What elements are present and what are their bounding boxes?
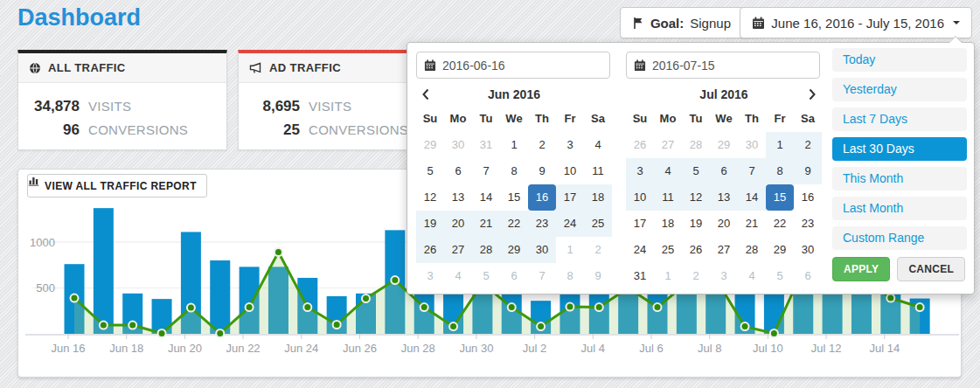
goal-selector-button[interactable]: Goal: Signup bbox=[620, 7, 759, 38]
conversions-point[interactable] bbox=[303, 303, 311, 311]
range-option-last-30-days[interactable]: Last 30 Days bbox=[832, 137, 967, 161]
conversions-point[interactable] bbox=[158, 329, 166, 337]
calendar-day[interactable]: 29 bbox=[500, 237, 528, 263]
conversions-point[interactable] bbox=[916, 303, 924, 311]
calendar-day[interactable]: 5 bbox=[766, 263, 794, 289]
calendar-day[interactable]: 16 bbox=[794, 184, 822, 211]
calendar-day[interactable]: 23 bbox=[528, 211, 556, 237]
calendar-day[interactable]: 14 bbox=[738, 184, 766, 211]
calendar-day[interactable]: 28 bbox=[682, 132, 710, 158]
conversions-point[interactable] bbox=[420, 303, 428, 311]
calendar-day[interactable]: 9 bbox=[794, 158, 822, 184]
calendar-day[interactable]: 17 bbox=[626, 211, 654, 237]
calendar-day[interactable]: 1 bbox=[766, 132, 794, 158]
conversions-point[interactable] bbox=[71, 294, 79, 302]
calendar-day[interactable]: 2 bbox=[794, 132, 822, 158]
calendar-day[interactable]: 1 bbox=[500, 132, 528, 158]
calendar-day[interactable]: 6 bbox=[500, 263, 528, 289]
calendar-day[interactable]: 18 bbox=[584, 184, 612, 211]
calendar-day[interactable]: 23 bbox=[794, 211, 822, 237]
conversions-point[interactable] bbox=[333, 321, 341, 329]
conversions-point[interactable] bbox=[216, 329, 224, 337]
calendar-day[interactable]: 5 bbox=[682, 158, 710, 184]
calendar-day[interactable]: 30 bbox=[528, 237, 556, 263]
calendar-day[interactable]: 12 bbox=[416, 184, 444, 211]
calendar-day[interactable]: 30 bbox=[444, 132, 472, 158]
calendar-day[interactable]: 28 bbox=[472, 237, 500, 263]
calendar-day[interactable]: 31 bbox=[472, 132, 500, 158]
calendar-day[interactable]: 21 bbox=[738, 211, 766, 237]
visits-bar[interactable] bbox=[94, 208, 114, 334]
calendar-day[interactable]: 7 bbox=[738, 158, 766, 184]
calendar-day[interactable]: 30 bbox=[738, 132, 766, 158]
calendar-day[interactable]: 19 bbox=[682, 211, 710, 237]
calendar-day[interactable]: 3 bbox=[626, 158, 654, 184]
calendar-day[interactable]: 5 bbox=[416, 158, 444, 184]
calendar-day[interactable]: 27 bbox=[710, 237, 738, 263]
calendar-day[interactable]: 6 bbox=[444, 158, 472, 184]
conversions-point[interactable] bbox=[654, 303, 662, 311]
calendar-day[interactable]: 2 bbox=[682, 263, 710, 289]
range-option-this-month[interactable]: This Month bbox=[832, 167, 967, 191]
calendar-day[interactable]: 20 bbox=[444, 211, 472, 237]
calendar-day[interactable]: 3 bbox=[416, 263, 444, 289]
calendar-day[interactable]: 9 bbox=[584, 263, 612, 289]
calendar-day[interactable]: 24 bbox=[556, 211, 584, 237]
conversions-point[interactable] bbox=[508, 303, 516, 311]
conversions-point[interactable] bbox=[100, 322, 108, 329]
calendar-day[interactable]: 26 bbox=[416, 237, 444, 263]
calendar-day[interactable]: 18 bbox=[654, 211, 682, 237]
range-option-last-month[interactable]: Last Month bbox=[832, 197, 967, 220]
calendar-day[interactable]: 6 bbox=[710, 158, 738, 184]
calendar-day[interactable]: 9 bbox=[528, 158, 556, 184]
calendar-day[interactable]: 14 bbox=[472, 184, 500, 211]
calendar-day[interactable]: 29 bbox=[710, 132, 738, 158]
calendar-day[interactable]: 25 bbox=[654, 237, 682, 263]
chevron-left-icon[interactable] bbox=[418, 87, 434, 102]
calendar-day[interactable]: 3 bbox=[710, 263, 738, 289]
calendar-day[interactable]: 8 bbox=[500, 158, 528, 184]
conversions-point[interactable] bbox=[741, 322, 749, 330]
conversions-point[interactable] bbox=[449, 322, 457, 330]
calendar-day[interactable]: 22 bbox=[500, 211, 528, 237]
view-all-traffic-report-button[interactable]: VIEW ALL TRAFFIC REPORT bbox=[27, 174, 207, 197]
conversions-point[interactable] bbox=[275, 248, 282, 256]
calendar-day[interactable]: 12 bbox=[682, 184, 710, 211]
visits-bar[interactable] bbox=[210, 260, 230, 334]
calendar-day[interactable]: 15 bbox=[766, 184, 794, 211]
calendar-day[interactable]: 7 bbox=[528, 263, 556, 289]
calendar-day[interactable]: 24 bbox=[626, 237, 654, 263]
range-option-today[interactable]: Today bbox=[832, 48, 967, 72]
chevron-right-icon[interactable] bbox=[804, 87, 820, 102]
calendar-day[interactable]: 1 bbox=[654, 263, 682, 289]
calendar-day[interactable]: 27 bbox=[444, 237, 472, 263]
calendar-day[interactable]: 22 bbox=[766, 211, 794, 237]
conversions-point[interactable] bbox=[391, 276, 399, 284]
calendar-day[interactable]: 26 bbox=[682, 237, 710, 263]
calendar-day[interactable]: 2 bbox=[584, 237, 612, 263]
calendar-day[interactable]: 4 bbox=[584, 132, 612, 158]
calendar-day[interactable]: 13 bbox=[444, 184, 472, 211]
calendar-day[interactable]: 11 bbox=[584, 158, 612, 184]
conversions-point[interactable] bbox=[886, 294, 894, 302]
calendar-day[interactable]: 7 bbox=[472, 158, 500, 184]
conversions-point[interactable] bbox=[770, 329, 778, 337]
calendar-day[interactable]: 19 bbox=[416, 211, 444, 237]
calendar-day[interactable]: 20 bbox=[710, 211, 738, 237]
end-date-input[interactable] bbox=[652, 59, 792, 73]
calendar-day[interactable]: 13 bbox=[710, 184, 738, 211]
calendar-day[interactable]: 1 bbox=[556, 237, 584, 263]
calendar-day[interactable]: 10 bbox=[556, 158, 584, 184]
conversions-point[interactable] bbox=[566, 303, 573, 311]
calendar-day[interactable]: 28 bbox=[738, 237, 766, 263]
calendar-day[interactable]: 27 bbox=[654, 132, 682, 158]
calendar-day[interactable]: 4 bbox=[738, 263, 766, 289]
calendar-day[interactable]: 5 bbox=[472, 263, 500, 289]
calendar-day[interactable]: 6 bbox=[794, 263, 822, 289]
calendar-day[interactable]: 29 bbox=[416, 132, 444, 158]
calendar-day[interactable]: 29 bbox=[766, 237, 794, 263]
calendar-day[interactable]: 15 bbox=[500, 184, 528, 211]
calendar-day[interactable]: 31 bbox=[626, 263, 654, 289]
conversions-point[interactable] bbox=[129, 322, 136, 329]
calendar-day[interactable]: 4 bbox=[654, 158, 682, 184]
